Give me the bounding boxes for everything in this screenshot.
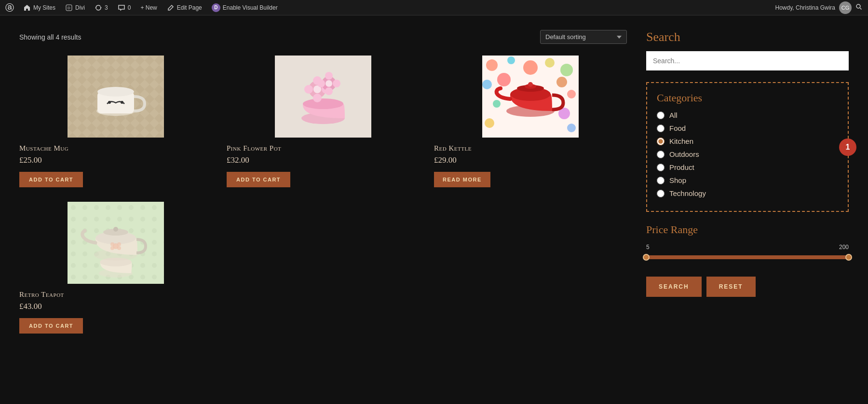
svg-point-33 [497, 73, 511, 86]
product-name-retro-teapot: Retro Teapot [19, 291, 64, 299]
price-slider-container [646, 252, 849, 262]
svg-point-56 [117, 242, 121, 246]
sync-icon [95, 4, 102, 12]
my-sites-label: My Sites [33, 4, 55, 11]
my-sites-menu[interactable]: My Sites [23, 4, 55, 12]
category-radio-kitchen[interactable] [657, 138, 665, 145]
svg-point-23 [317, 80, 325, 87]
comments-count: 0 [128, 4, 131, 11]
divi-menu[interactable]: D Divi [65, 4, 85, 12]
category-label-food: Food [669, 124, 686, 132]
price-slider-handle-max[interactable] [845, 254, 852, 261]
category-radio-technology[interactable] [657, 190, 665, 197]
category-label-outdoors: Outdoors [669, 150, 699, 158]
svg-point-57 [110, 246, 114, 250]
category-product[interactable]: Product [657, 163, 838, 171]
svg-point-44 [528, 82, 533, 87]
product-card-retro-teapot: Retro Teapot £43.00 ADD TO CART [19, 202, 212, 334]
divi-label: Divi [75, 4, 85, 11]
svg-point-31 [560, 64, 573, 76]
category-radio-product[interactable] [657, 164, 665, 171]
category-label-all: All [669, 111, 678, 119]
main-content: Showing all 4 results Default sorting So… [0, 15, 868, 348]
add-to-cart-retro-teapot[interactable]: ADD TO CART [19, 318, 83, 334]
wordpress-icon: ⓐ [6, 4, 14, 12]
product-image-red-kettle [434, 56, 627, 138]
svg-point-13 [303, 98, 343, 109]
home-icon [23, 4, 31, 12]
visual-builder-menu[interactable]: D Enable Visual Builder [212, 3, 278, 12]
price-range-title: Price Range [646, 223, 849, 236]
svg-point-8 [97, 87, 134, 97]
sort-select[interactable]: Default sorting Sort by popularity Sort … [540, 30, 627, 44]
new-label: + New [140, 4, 157, 11]
sidebar-buttons: SEARCH RESET [646, 277, 849, 297]
admin-user-info: Howdy, Christina Gwira CG [775, 1, 862, 14]
comment-icon [118, 4, 125, 12]
categories-badge: 1 [839, 139, 856, 156]
reset-button[interactable]: RESET [706, 277, 756, 297]
svg-point-39 [567, 124, 576, 132]
category-label-shop: Shop [669, 176, 686, 184]
wp-logo[interactable]: ⓐ [6, 4, 14, 12]
search-section-title: Search [646, 30, 849, 44]
categories-box: Categories All Food Kitchen Outdoors Pro… [646, 82, 849, 212]
svg-point-55 [110, 242, 114, 246]
product-image-pink-flower-pot [227, 56, 420, 138]
new-menu[interactable]: + New [140, 4, 157, 11]
divi-icon: D [65, 4, 73, 12]
product-name-pink-flower-pot: Pink Flower Pot [227, 144, 281, 153]
search-button[interactable]: SEARCH [646, 277, 702, 297]
category-kitchen[interactable]: Kitchen [657, 137, 838, 145]
comments-menu[interactable]: 0 [118, 4, 131, 12]
svg-text:D: D [68, 6, 70, 10]
search-input[interactable] [646, 51, 849, 70]
category-radio-food[interactable] [657, 125, 665, 132]
svg-point-58 [117, 246, 121, 250]
category-food[interactable]: Food [657, 124, 838, 132]
svg-point-2 [856, 4, 860, 8]
svg-point-22 [325, 87, 333, 95]
products-section: Showing all 4 results Default sorting So… [19, 30, 627, 334]
category-label-kitchen: Kitchen [669, 137, 693, 145]
edit-page-menu[interactable]: Edit Page [167, 4, 202, 12]
svg-point-17 [304, 85, 313, 94]
add-to-cart-pink-flower-pot[interactable]: ADD TO CART [227, 172, 290, 187]
category-shop[interactable]: Shop [657, 176, 838, 184]
category-technology[interactable]: Technology [657, 189, 838, 197]
product-card-pink-flower-pot: Pink Flower Pot £32.00 ADD TO CART [227, 56, 420, 187]
svg-point-53 [113, 227, 118, 232]
svg-point-35 [567, 90, 576, 98]
product-name-mustache-mug: Mustache Mug [19, 144, 68, 153]
product-price-pink-flower-pot: £32.00 [227, 155, 249, 165]
product-card-mustache-mug: Mustache Mug £25.00 ADD TO CART [19, 56, 212, 187]
avatar: CG [839, 1, 852, 14]
categories-title: Categories [657, 92, 838, 104]
read-more-red-kettle[interactable]: READ MORE [434, 172, 490, 187]
search-icon[interactable] [855, 3, 862, 12]
price-slider-handle-min[interactable] [643, 254, 650, 261]
product-card-red-kettle: Red Kettle £29.00 READ MORE [434, 56, 627, 187]
product-price-red-kettle: £29.00 [434, 155, 457, 165]
svg-point-32 [482, 80, 492, 89]
product-image-retro-teapot [19, 202, 212, 284]
category-radio-outdoors[interactable] [657, 151, 665, 158]
svg-point-16 [313, 94, 322, 102]
admin-bar: ⓐ My Sites D Divi 3 0 + New Edit Page D [0, 0, 868, 15]
svg-point-10 [121, 101, 123, 104]
svg-point-38 [485, 118, 494, 128]
svg-point-27 [486, 59, 498, 71]
product-grid-row2: Retro Teapot £43.00 ADD TO CART [19, 202, 627, 334]
svg-point-29 [523, 60, 538, 75]
category-all[interactable]: All [657, 111, 838, 119]
product-name-red-kettle: Red Kettle [434, 144, 472, 153]
results-bar: Showing all 4 results Default sorting So… [19, 30, 627, 44]
sync-menu[interactable]: 3 [95, 4, 108, 12]
category-radio-all[interactable] [657, 111, 665, 119]
edit-icon [167, 4, 175, 12]
add-to-cart-mustache-mug[interactable]: ADD TO CART [19, 172, 83, 187]
svg-point-25 [326, 80, 332, 87]
svg-point-34 [556, 77, 567, 87]
category-radio-shop[interactable] [657, 177, 665, 184]
category-outdoors[interactable]: Outdoors [657, 150, 838, 158]
